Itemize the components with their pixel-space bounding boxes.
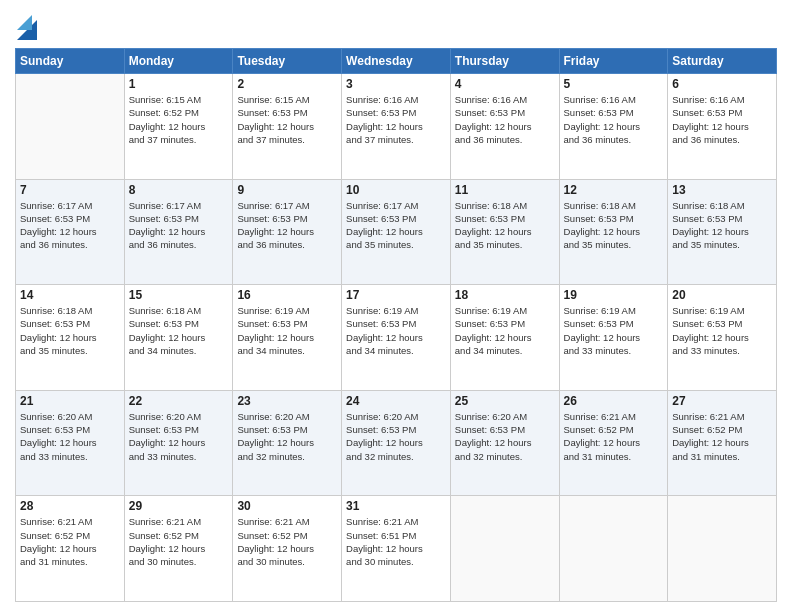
svg-marker-1 bbox=[17, 15, 32, 30]
calendar-cell: 26Sunrise: 6:21 AM Sunset: 6:52 PM Dayli… bbox=[559, 390, 668, 496]
day-number: 10 bbox=[346, 183, 446, 197]
day-info: Sunrise: 6:18 AM Sunset: 6:53 PM Dayligh… bbox=[20, 304, 120, 357]
day-number: 13 bbox=[672, 183, 772, 197]
calendar-cell: 30Sunrise: 6:21 AM Sunset: 6:52 PM Dayli… bbox=[233, 496, 342, 602]
day-number: 23 bbox=[237, 394, 337, 408]
calendar-cell: 31Sunrise: 6:21 AM Sunset: 6:51 PM Dayli… bbox=[342, 496, 451, 602]
day-number: 30 bbox=[237, 499, 337, 513]
day-info: Sunrise: 6:21 AM Sunset: 6:52 PM Dayligh… bbox=[237, 515, 337, 568]
day-number: 18 bbox=[455, 288, 555, 302]
calendar-cell: 1Sunrise: 6:15 AM Sunset: 6:52 PM Daylig… bbox=[124, 74, 233, 180]
day-number: 22 bbox=[129, 394, 229, 408]
day-number: 27 bbox=[672, 394, 772, 408]
calendar-cell: 28Sunrise: 6:21 AM Sunset: 6:52 PM Dayli… bbox=[16, 496, 125, 602]
day-info: Sunrise: 6:15 AM Sunset: 6:53 PM Dayligh… bbox=[237, 93, 337, 146]
calendar-cell: 21Sunrise: 6:20 AM Sunset: 6:53 PM Dayli… bbox=[16, 390, 125, 496]
day-info: Sunrise: 6:21 AM Sunset: 6:52 PM Dayligh… bbox=[564, 410, 664, 463]
calendar-week-row: 7Sunrise: 6:17 AM Sunset: 6:53 PM Daylig… bbox=[16, 179, 777, 285]
day-info: Sunrise: 6:17 AM Sunset: 6:53 PM Dayligh… bbox=[346, 199, 446, 252]
day-number: 24 bbox=[346, 394, 446, 408]
day-info: Sunrise: 6:20 AM Sunset: 6:53 PM Dayligh… bbox=[129, 410, 229, 463]
calendar-week-row: 21Sunrise: 6:20 AM Sunset: 6:53 PM Dayli… bbox=[16, 390, 777, 496]
calendar-cell: 18Sunrise: 6:19 AM Sunset: 6:53 PM Dayli… bbox=[450, 285, 559, 391]
day-info: Sunrise: 6:19 AM Sunset: 6:53 PM Dayligh… bbox=[672, 304, 772, 357]
day-info: Sunrise: 6:17 AM Sunset: 6:53 PM Dayligh… bbox=[129, 199, 229, 252]
calendar-cell: 13Sunrise: 6:18 AM Sunset: 6:53 PM Dayli… bbox=[668, 179, 777, 285]
header bbox=[15, 10, 777, 40]
calendar-cell bbox=[668, 496, 777, 602]
day-number: 26 bbox=[564, 394, 664, 408]
weekday-header: Sunday bbox=[16, 49, 125, 74]
weekday-header: Wednesday bbox=[342, 49, 451, 74]
day-info: Sunrise: 6:21 AM Sunset: 6:52 PM Dayligh… bbox=[20, 515, 120, 568]
calendar-cell: 9Sunrise: 6:17 AM Sunset: 6:53 PM Daylig… bbox=[233, 179, 342, 285]
calendar-week-row: 1Sunrise: 6:15 AM Sunset: 6:52 PM Daylig… bbox=[16, 74, 777, 180]
page: SundayMondayTuesdayWednesdayThursdayFrid… bbox=[0, 0, 792, 612]
calendar-cell: 11Sunrise: 6:18 AM Sunset: 6:53 PM Dayli… bbox=[450, 179, 559, 285]
day-info: Sunrise: 6:18 AM Sunset: 6:53 PM Dayligh… bbox=[455, 199, 555, 252]
calendar-cell: 8Sunrise: 6:17 AM Sunset: 6:53 PM Daylig… bbox=[124, 179, 233, 285]
day-number: 5 bbox=[564, 77, 664, 91]
calendar-cell: 27Sunrise: 6:21 AM Sunset: 6:52 PM Dayli… bbox=[668, 390, 777, 496]
calendar-cell: 2Sunrise: 6:15 AM Sunset: 6:53 PM Daylig… bbox=[233, 74, 342, 180]
day-info: Sunrise: 6:17 AM Sunset: 6:53 PM Dayligh… bbox=[237, 199, 337, 252]
weekday-header: Friday bbox=[559, 49, 668, 74]
calendar-cell: 10Sunrise: 6:17 AM Sunset: 6:53 PM Dayli… bbox=[342, 179, 451, 285]
day-number: 4 bbox=[455, 77, 555, 91]
calendar-cell: 3Sunrise: 6:16 AM Sunset: 6:53 PM Daylig… bbox=[342, 74, 451, 180]
day-number: 9 bbox=[237, 183, 337, 197]
day-info: Sunrise: 6:19 AM Sunset: 6:53 PM Dayligh… bbox=[237, 304, 337, 357]
calendar-cell: 29Sunrise: 6:21 AM Sunset: 6:52 PM Dayli… bbox=[124, 496, 233, 602]
day-info: Sunrise: 6:16 AM Sunset: 6:53 PM Dayligh… bbox=[672, 93, 772, 146]
calendar-cell: 5Sunrise: 6:16 AM Sunset: 6:53 PM Daylig… bbox=[559, 74, 668, 180]
day-number: 19 bbox=[564, 288, 664, 302]
day-number: 15 bbox=[129, 288, 229, 302]
weekday-header: Tuesday bbox=[233, 49, 342, 74]
day-info: Sunrise: 6:20 AM Sunset: 6:53 PM Dayligh… bbox=[237, 410, 337, 463]
calendar-cell: 7Sunrise: 6:17 AM Sunset: 6:53 PM Daylig… bbox=[16, 179, 125, 285]
calendar-cell: 19Sunrise: 6:19 AM Sunset: 6:53 PM Dayli… bbox=[559, 285, 668, 391]
day-info: Sunrise: 6:20 AM Sunset: 6:53 PM Dayligh… bbox=[20, 410, 120, 463]
calendar-cell: 14Sunrise: 6:18 AM Sunset: 6:53 PM Dayli… bbox=[16, 285, 125, 391]
day-info: Sunrise: 6:18 AM Sunset: 6:53 PM Dayligh… bbox=[672, 199, 772, 252]
calendar-cell: 24Sunrise: 6:20 AM Sunset: 6:53 PM Dayli… bbox=[342, 390, 451, 496]
calendar-week-row: 14Sunrise: 6:18 AM Sunset: 6:53 PM Dayli… bbox=[16, 285, 777, 391]
day-info: Sunrise: 6:19 AM Sunset: 6:53 PM Dayligh… bbox=[455, 304, 555, 357]
day-number: 6 bbox=[672, 77, 772, 91]
calendar-cell bbox=[450, 496, 559, 602]
day-info: Sunrise: 6:19 AM Sunset: 6:53 PM Dayligh… bbox=[564, 304, 664, 357]
day-number: 3 bbox=[346, 77, 446, 91]
day-number: 11 bbox=[455, 183, 555, 197]
day-number: 31 bbox=[346, 499, 446, 513]
day-info: Sunrise: 6:17 AM Sunset: 6:53 PM Dayligh… bbox=[20, 199, 120, 252]
day-number: 29 bbox=[129, 499, 229, 513]
calendar-header-row: SundayMondayTuesdayWednesdayThursdayFrid… bbox=[16, 49, 777, 74]
logo-icon bbox=[17, 10, 37, 40]
calendar-cell: 16Sunrise: 6:19 AM Sunset: 6:53 PM Dayli… bbox=[233, 285, 342, 391]
day-info: Sunrise: 6:16 AM Sunset: 6:53 PM Dayligh… bbox=[564, 93, 664, 146]
day-number: 21 bbox=[20, 394, 120, 408]
calendar-cell: 17Sunrise: 6:19 AM Sunset: 6:53 PM Dayli… bbox=[342, 285, 451, 391]
calendar-cell bbox=[559, 496, 668, 602]
day-info: Sunrise: 6:15 AM Sunset: 6:52 PM Dayligh… bbox=[129, 93, 229, 146]
calendar-week-row: 28Sunrise: 6:21 AM Sunset: 6:52 PM Dayli… bbox=[16, 496, 777, 602]
day-info: Sunrise: 6:20 AM Sunset: 6:53 PM Dayligh… bbox=[455, 410, 555, 463]
day-number: 16 bbox=[237, 288, 337, 302]
calendar-cell: 22Sunrise: 6:20 AM Sunset: 6:53 PM Dayli… bbox=[124, 390, 233, 496]
calendar-cell bbox=[16, 74, 125, 180]
day-info: Sunrise: 6:21 AM Sunset: 6:52 PM Dayligh… bbox=[672, 410, 772, 463]
day-number: 12 bbox=[564, 183, 664, 197]
day-info: Sunrise: 6:21 AM Sunset: 6:51 PM Dayligh… bbox=[346, 515, 446, 568]
logo bbox=[15, 10, 41, 40]
calendar-cell: 23Sunrise: 6:20 AM Sunset: 6:53 PM Dayli… bbox=[233, 390, 342, 496]
calendar-cell: 25Sunrise: 6:20 AM Sunset: 6:53 PM Dayli… bbox=[450, 390, 559, 496]
day-number: 8 bbox=[129, 183, 229, 197]
calendar-table: SundayMondayTuesdayWednesdayThursdayFrid… bbox=[15, 48, 777, 602]
day-info: Sunrise: 6:16 AM Sunset: 6:53 PM Dayligh… bbox=[455, 93, 555, 146]
calendar-cell: 12Sunrise: 6:18 AM Sunset: 6:53 PM Dayli… bbox=[559, 179, 668, 285]
day-info: Sunrise: 6:21 AM Sunset: 6:52 PM Dayligh… bbox=[129, 515, 229, 568]
day-number: 17 bbox=[346, 288, 446, 302]
day-number: 7 bbox=[20, 183, 120, 197]
day-info: Sunrise: 6:18 AM Sunset: 6:53 PM Dayligh… bbox=[129, 304, 229, 357]
calendar-cell: 4Sunrise: 6:16 AM Sunset: 6:53 PM Daylig… bbox=[450, 74, 559, 180]
